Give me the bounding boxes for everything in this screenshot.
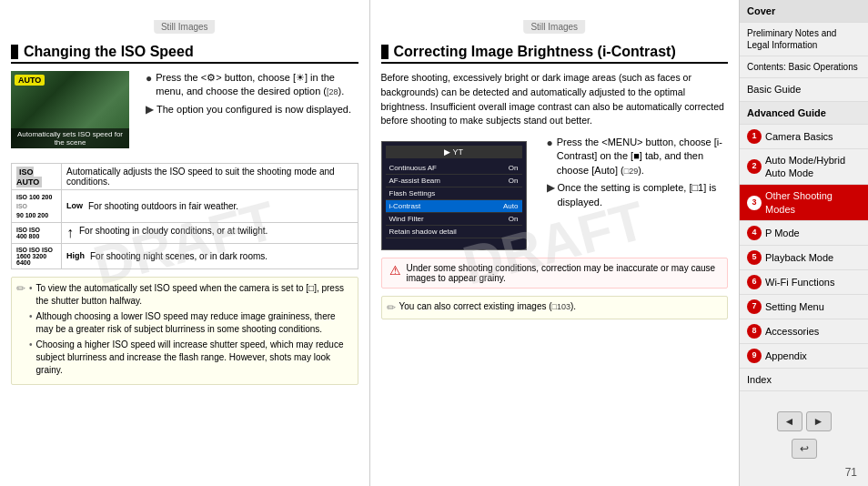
iso-icon-mid: ISO ISO 400 800	[12, 223, 62, 244]
menu-section: ▶ YT Continuous AF On AF-assist Beam On …	[381, 136, 729, 250]
menu-row: Flash Settings	[386, 187, 522, 200]
note-item-3: • Choosing a higher ISO speed will incre…	[29, 339, 353, 377]
sidebar-label-5: Playback Mode	[765, 251, 833, 264]
bullet-item-right-1: ● Press the <MENU> button, choose [i-Con…	[547, 136, 729, 177]
home-button[interactable]: ↩	[792, 439, 817, 459]
camera-overlay-text: Automatically sets ISO speed for the sce…	[11, 128, 129, 148]
menu-title: ▶ YT	[386, 146, 522, 158]
next-button[interactable]: ►	[806, 411, 832, 431]
sidebar-item-basic-guide[interactable]: Basic Guide	[740, 78, 868, 101]
intro-section: AUTO Automatically sets ISO speed for th…	[11, 71, 358, 156]
menu-row: Wind Filter On	[386, 213, 522, 226]
bottom-nav: ◄ ►	[740, 404, 868, 439]
sidebar-item-6[interactable]: 6 Wi-Fi Functions	[740, 270, 868, 295]
sidebar-label-8: Accessories	[765, 325, 819, 338]
note-item-1: • To view the automatically set ISO spee…	[29, 282, 353, 308]
table-row: ISO ISO 400 800 ↑ For shooting in cloudy…	[12, 223, 358, 244]
page-number: 71	[740, 466, 868, 486]
sidebar-number-7: 7	[747, 299, 762, 314]
sidebar-number-6: 6	[747, 275, 762, 289]
sidebar-preliminary-label: Preliminary Notes and Legal Information	[747, 27, 861, 51]
note-text: You can also correct existing images (□1…	[399, 301, 577, 311]
still-images-banner-left: Still Images	[154, 20, 216, 34]
sidebar-number-4: 4	[747, 226, 762, 240]
iso-desc-auto: Automatically adjusts the ISO speed to s…	[62, 164, 358, 190]
sidebar: Cover Preliminary Notes and Legal Inform…	[739, 0, 868, 486]
iso-table: ISOAUTO Automatically adjusts the ISO sp…	[11, 163, 358, 269]
iso-desc-mid: ↑ For shooting in cloudy conditions, or …	[62, 223, 358, 244]
prev-button[interactable]: ◄	[777, 411, 802, 431]
still-images-banner-right: Still Images	[523, 20, 585, 34]
sidebar-item-5[interactable]: 5 Playback Mode	[740, 246, 868, 270]
left-page-title: Changing the ISO Speed	[24, 44, 194, 60]
intro-text: Before shooting, excessively bright or d…	[381, 71, 729, 128]
note-item-2: • Although choosing a lower ISO speed ma…	[29, 310, 353, 336]
warning-text: Under some shooting conditions, correcti…	[407, 263, 721, 283]
sidebar-number-1: 1	[747, 129, 762, 144]
pencil-icon: ✏	[16, 282, 25, 295]
table-row: ISOAUTO Automatically adjusts the ISO sp…	[12, 164, 358, 190]
iso-desc-low: Low For shooting outdoors in fair weathe…	[62, 190, 358, 223]
bullet-item-1: ● Press the <⚙> button, choose [☀] in th…	[146, 71, 358, 99]
warning-box: ⚠ Under some shooting conditions, correc…	[381, 258, 729, 289]
arrow-text-1: The option you configured is now display…	[156, 103, 351, 116]
sidebar-item-8[interactable]: 8 Accessories	[740, 319, 868, 344]
sidebar-basic-label: Basic Guide	[747, 83, 801, 96]
right-note: ✏ You can also correct existing images (…	[381, 296, 729, 319]
sidebar-cover-label: Cover	[747, 5, 775, 17]
sidebar-label-1: Camera Basics	[765, 130, 833, 143]
menu-row: Retain shadow detail	[386, 226, 522, 238]
sidebar-item-cover[interactable]: Cover	[740, 0, 868, 23]
arrow-item-1: ▶ The option you configured is now displ…	[146, 103, 358, 116]
sidebar-item-9[interactable]: 9 Appendix	[740, 344, 868, 369]
sidebar-label-4: P Mode	[765, 227, 800, 239]
title-marker	[11, 45, 18, 59]
camera-image: AUTO Automatically sets ISO speed for th…	[11, 71, 129, 148]
iso-icon-auto: ISOAUTO	[12, 164, 62, 190]
right-page-title: Correcting Image Brightness (i-Contrast)	[394, 44, 676, 60]
right-bullets: ● Press the <MENU> button, choose [i-Con…	[547, 136, 729, 250]
bullet-text-1: Press the <⚙> button, choose [☀] in the …	[156, 71, 358, 99]
iso-icon-high: ISO ISO ISO 1600 3200 6400	[12, 244, 62, 269]
auto-badge: AUTO	[15, 75, 45, 86]
sidebar-contents-label: Contents: Basic Operations	[747, 61, 858, 73]
sidebar-item-1[interactable]: 1 Camera Basics	[740, 125, 868, 149]
warning-icon: ⚠	[389, 263, 401, 278]
sidebar-advanced-label: Advanced Guide	[747, 106, 826, 119]
bullet-dot-1: ●	[146, 71, 152, 99]
sidebar-item-contents[interactable]: Contents: Basic Operations	[740, 56, 868, 78]
sidebar-item-7[interactable]: 7 Setting Menu	[740, 295, 868, 319]
sidebar-label-6: Wi-Fi Functions	[765, 276, 834, 289]
arrow-marker-1: ▶	[146, 103, 153, 116]
menu-row-highlighted: i-Contrast Auto	[386, 200, 522, 213]
iso-desc-high: High For shooting night scenes, or in da…	[62, 244, 358, 269]
sidebar-item-advanced-guide[interactable]: Advanced Guide	[740, 102, 868, 125]
notes-content: • To view the automatically set ISO spee…	[29, 282, 353, 380]
pencil-icon-right: ✏	[387, 301, 396, 314]
title-marker-right	[381, 45, 389, 59]
table-row: ISO 100 200 ISO 90 100 200 Low For shoot…	[12, 190, 358, 223]
sidebar-number-9: 9	[747, 349, 762, 363]
sidebar-item-index[interactable]: Index	[740, 369, 868, 391]
sidebar-number-8: 8	[747, 324, 762, 339]
menu-row: AF-assist Beam On	[386, 175, 522, 187]
sidebar-item-2[interactable]: 2 Auto Mode/Hybrid Auto Mode	[740, 149, 868, 186]
sidebar-number-2: 2	[747, 159, 762, 174]
sidebar-label-9: Appendix	[765, 349, 807, 362]
sidebar-label-2: Auto Mode/Hybrid Auto Mode	[765, 154, 861, 180]
sidebar-item-3[interactable]: 3 Other Shooting Modes	[740, 185, 868, 221]
left-section-title: Changing the ISO Speed	[11, 44, 358, 64]
sidebar-item-preliminary[interactable]: Preliminary Notes and Legal Information	[740, 23, 868, 56]
menu-row: Continuous AF On	[386, 162, 522, 175]
sidebar-index-label: Index	[747, 373, 772, 386]
sidebar-item-4[interactable]: 4 P Mode	[740, 221, 868, 246]
sidebar-label-7: Setting Menu	[765, 300, 824, 313]
menu-screenshot: ▶ YT Continuous AF On AF-assist Beam On …	[381, 141, 527, 250]
iso-icon-low: ISO 100 200 ISO 90 100 200	[12, 190, 62, 223]
notes-section: ✏ • To view the automatically set ISO sp…	[11, 277, 358, 385]
table-row: ISO ISO ISO 1600 3200 6400 High For shoo…	[12, 244, 358, 269]
right-section-title: Correcting Image Brightness (i-Contrast)	[381, 44, 729, 64]
sidebar-number-3: 3	[747, 196, 762, 210]
arrow-item-right-1: ▶ Once the setting is complete, [□1] is …	[547, 181, 729, 209]
sidebar-label-3: Other Shooting Modes	[765, 189, 861, 216]
